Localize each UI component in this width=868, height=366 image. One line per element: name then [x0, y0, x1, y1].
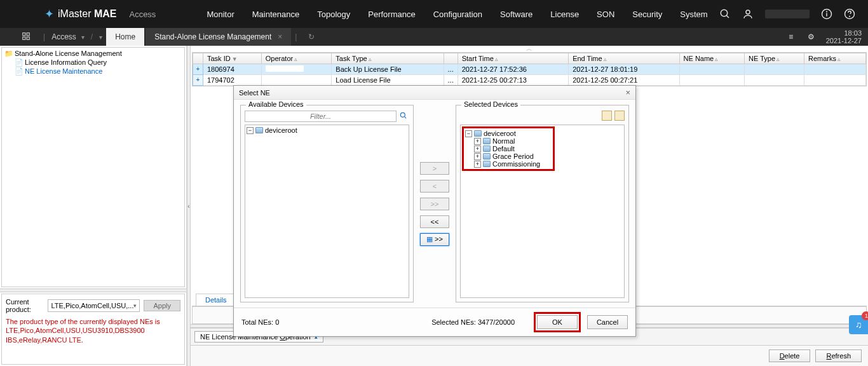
cancel-button[interactable]: Cancel: [587, 315, 628, 329]
product-select[interactable]: LTE,Pico,AtomCell,USU,...▾: [48, 299, 140, 312]
dialog-title: Select NE: [239, 89, 270, 97]
access-label: Access: [129, 10, 156, 19]
available-tree[interactable]: −deviceroot: [245, 125, 409, 298]
move-right-button[interactable]: >: [420, 162, 449, 175]
refresh-button[interactable]: Refresh: [815, 349, 862, 362]
tree-node-root[interactable]: −deviceroot: [247, 126, 407, 134]
selected-tree[interactable]: −deviceroot +Normal +Default +Grace Peri…: [460, 125, 625, 298]
cell-ne-type: [745, 64, 804, 75]
nav-software[interactable]: Software: [500, 10, 532, 19]
nav-performance[interactable]: Performance: [368, 10, 415, 19]
col-ne-type[interactable]: NE Type▵: [745, 53, 804, 64]
chevron-down-icon[interactable]: ▾: [97, 34, 105, 41]
refresh-icon[interactable]: ↻: [306, 31, 317, 43]
col-remarks[interactable]: Remarks▵: [804, 53, 865, 64]
breadcrumb-access[interactable]: Access: [49, 32, 79, 41]
product-value: LTE,Pico,AtomCell,USU,...: [51, 302, 133, 309]
horizontal-splitter[interactable]: [0, 288, 186, 292]
nav-maintenance[interactable]: Maintenance: [252, 10, 299, 19]
tree-node-root[interactable]: −deviceroot: [465, 130, 541, 137]
bell-icon: ♫: [855, 320, 862, 330]
username-label[interactable]: [765, 10, 810, 18]
close-icon[interactable]: ×: [625, 88, 630, 97]
folder-icon: 📁: [4, 50, 12, 57]
tree-node[interactable]: +Commissioning: [465, 160, 541, 168]
apps-icon[interactable]: [22, 32, 31, 43]
separator: |: [295, 32, 297, 41]
collapse-icon[interactable]: −: [247, 127, 254, 134]
tree-item-ne-license[interactable]: 📄NE License Maintenance: [4, 67, 182, 76]
help-icon[interactable]: [844, 8, 855, 20]
col-ne-name[interactable]: NE Name▵: [679, 53, 745, 64]
search-icon[interactable]: [399, 111, 409, 121]
export-icon[interactable]: [614, 111, 625, 121]
chevron-down-icon[interactable]: ▾: [79, 34, 87, 41]
tree-node[interactable]: +Grace Period: [465, 152, 541, 160]
clock-time: 18:03: [826, 29, 862, 37]
notification-fab[interactable]: 1 ♫: [849, 315, 868, 334]
tree-node[interactable]: +Normal: [465, 137, 541, 145]
collapse-icon[interactable]: −: [465, 130, 472, 137]
svg-point-2: [746, 10, 750, 14]
ok-button[interactable]: OK: [537, 315, 578, 329]
tree-root[interactable]: 📁Stand-Alone License Management: [4, 49, 182, 58]
nav-son[interactable]: SON: [597, 10, 614, 19]
svg-point-5: [827, 11, 827, 12]
node-label: Commissioning: [492, 160, 540, 168]
tab-home[interactable]: Home: [106, 28, 144, 46]
filter-input[interactable]: [245, 111, 397, 122]
col-dots: [444, 53, 458, 64]
nav-monitor[interactable]: Monitor: [207, 10, 234, 19]
move-special-button[interactable]: ▦ >>: [420, 233, 449, 246]
col-operator[interactable]: Operator▵: [261, 53, 332, 64]
expand-icon[interactable]: +: [474, 138, 481, 145]
apply-button[interactable]: Apply: [144, 300, 180, 311]
node-label: Normal: [492, 137, 515, 145]
move-all-right-button[interactable]: >>: [420, 198, 449, 210]
user-icon[interactable]: [742, 8, 754, 20]
tree-node[interactable]: +Default: [465, 145, 541, 152]
dialog-body: Available Devices −deviceroot > < >> << …: [234, 100, 635, 308]
nav-configuration[interactable]: Configuration: [433, 10, 482, 19]
nav-topology[interactable]: Topology: [317, 10, 350, 19]
chevron-down-icon: ▾: [133, 302, 137, 309]
details-tab[interactable]: Details: [196, 294, 236, 306]
table-row[interactable]: + 1806974 Back Up License File ... 2021-…: [193, 64, 866, 75]
badge-count: 1: [865, 313, 868, 319]
dialog-titlebar[interactable]: Select NE ×: [234, 86, 635, 100]
logo-text-pre: iMaster: [58, 8, 94, 19]
expand-icon[interactable]: +: [474, 153, 481, 160]
total-nes-label: Total NEs: 0: [241, 318, 279, 326]
gear-icon[interactable]: ⚙: [806, 31, 817, 43]
tree-root-label: Stand-Alone License Management: [15, 50, 122, 57]
list-icon[interactable]: ≡: [785, 31, 797, 43]
nav-system[interactable]: System: [680, 10, 707, 19]
move-left-button[interactable]: <: [420, 180, 449, 193]
import-icon[interactable]: [602, 111, 612, 121]
move-all-left-button[interactable]: <<: [420, 215, 449, 228]
available-devices-fieldset: Available Devices −deviceroot: [240, 105, 414, 302]
grip-icon[interactable]: ︿: [191, 46, 868, 52]
close-icon[interactable]: ×: [278, 32, 282, 41]
nav-license[interactable]: License: [550, 10, 579, 19]
cell-ne-name: [679, 75, 745, 86]
expand-icon[interactable]: +: [474, 161, 481, 168]
col-task-id[interactable]: Task ID▼: [203, 53, 262, 64]
tab-license-mgmt[interactable]: Stand-Alone License Management×: [146, 28, 291, 46]
search-icon[interactable]: [719, 8, 731, 20]
col-end[interactable]: End Time▵: [569, 53, 679, 64]
info-icon[interactable]: [821, 8, 832, 20]
delete-button[interactable]: Delete: [769, 349, 811, 362]
col-start[interactable]: Start Time▵: [458, 53, 568, 64]
tree-item-license-info[interactable]: 📄License Information Query: [4, 58, 182, 67]
expand-icon[interactable]: +: [474, 146, 481, 152]
col-task-type[interactable]: Task Type▵: [332, 53, 444, 64]
expand-icon[interactable]: +: [193, 64, 203, 75]
cell-ne-type: [745, 75, 804, 86]
cell-dots: ...: [444, 75, 458, 86]
dialog-footer: Total NEs: 0 Selected NEs: 3477/20000 OK…: [234, 308, 635, 336]
nav-security[interactable]: Security: [632, 10, 662, 19]
expand-icon[interactable]: +: [193, 75, 203, 86]
table-row[interactable]: + 1794702 Load License File ... 2021-12-…: [193, 75, 866, 86]
cell-start: 2021-12-27 17:52:36: [458, 64, 568, 75]
